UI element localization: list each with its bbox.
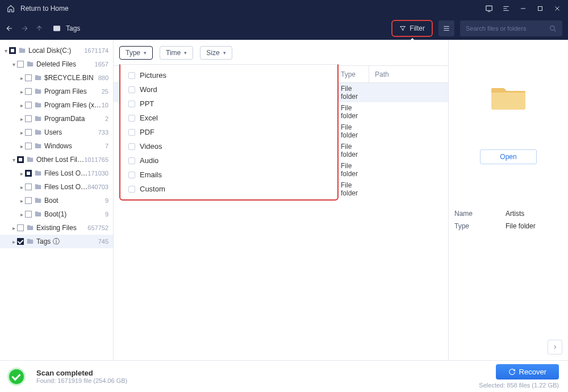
tree-checkbox[interactable]	[25, 184, 32, 190]
tree-checkbox[interactable]	[25, 88, 32, 95]
type-filter-option[interactable]: Videos	[120, 139, 337, 153]
tree-checkbox[interactable]	[17, 156, 24, 163]
feedback-icon[interactable]	[484, 3, 494, 14]
tree-checkbox[interactable]	[17, 224, 24, 231]
tree-item[interactable]: ▸ Boot 9	[0, 194, 113, 207]
menu-icon[interactable]	[501, 3, 511, 14]
checkbox[interactable]	[128, 143, 135, 150]
tree-checkbox[interactable]	[25, 197, 32, 204]
tree-item[interactable]: ▸ Windows 7	[0, 139, 113, 153]
up-icon[interactable]	[35, 24, 43, 32]
folder-icon	[34, 183, 42, 191]
col-type[interactable]: Type	[335, 66, 369, 82]
search-icon[interactable]	[549, 25, 557, 32]
filter-button[interactable]: Filter	[391, 20, 433, 37]
tree-checkbox[interactable]	[25, 211, 32, 218]
type-filter-option[interactable]: Excel	[120, 111, 337, 125]
tree-item-count: 1671174	[84, 47, 108, 54]
open-button[interactable]: Open	[480, 149, 536, 164]
tree-item[interactable]: ▸ ProgramData 2	[0, 112, 113, 126]
tree-item-label: Other Lost Files	[36, 156, 84, 164]
selected-info: Selected: 858 files (1.22 GB)	[479, 382, 559, 389]
minimize-icon[interactable]	[518, 3, 528, 14]
tree-toggle-icon[interactable]: ▸	[18, 75, 25, 81]
type-chip[interactable]: Type▾	[119, 46, 153, 60]
tree-toggle-icon[interactable]: ▾	[2, 48, 9, 54]
tree-item[interactable]: ▸ Boot(1) 9	[0, 207, 113, 221]
tree-checkbox[interactable]	[25, 74, 32, 81]
tree-toggle-icon[interactable]: ▸	[18, 89, 25, 95]
tree-item[interactable]: ▾ Other Lost Files 1011765	[0, 153, 113, 166]
close-icon[interactable]	[552, 3, 562, 14]
tree-toggle-icon[interactable]: ▸	[10, 225, 17, 231]
tree-checkbox[interactable]	[25, 143, 32, 149]
type-filter-option[interactable]: PPT	[120, 97, 337, 111]
tree-item[interactable]: ▸ Files Lost Origi... ⓘ 171030	[0, 166, 113, 180]
type-filter-option[interactable]: Audio	[120, 153, 337, 168]
tree-checkbox[interactable]	[25, 102, 32, 109]
tree-item[interactable]: ▸ Program Files (x86) 10	[0, 98, 113, 112]
chevron-down-icon: ▾	[184, 50, 187, 56]
recover-button[interactable]: Recover	[496, 364, 559, 380]
svg-rect-2	[53, 26, 60, 31]
search-input[interactable]	[466, 25, 549, 32]
tree-item[interactable]: ▾ Deleted Files 1657	[0, 57, 113, 71]
tree-toggle-icon[interactable]: ▸	[18, 211, 25, 218]
type-filter-option[interactable]: PDF	[120, 125, 337, 139]
checkbox[interactable]	[128, 101, 135, 107]
chip-label: Type	[126, 49, 140, 57]
size-chip[interactable]: Size▾	[200, 46, 232, 60]
checkbox[interactable]	[128, 172, 135, 178]
tree-toggle-icon[interactable]: ▸	[18, 184, 25, 190]
tree-toggle-icon[interactable]: ▸	[18, 130, 25, 136]
tree-item[interactable]: ▾ Local Disk(C:) 1671174	[0, 44, 113, 57]
maximize-icon[interactable]	[535, 3, 545, 14]
tree-checkbox[interactable]	[25, 115, 32, 122]
view-toggle-button[interactable]	[438, 20, 454, 36]
tree-checkbox[interactable]	[25, 129, 32, 136]
search-box[interactable]	[460, 20, 562, 36]
folder-icon	[18, 47, 26, 55]
return-home-link[interactable]: Return to Home	[20, 5, 69, 12]
tree-item-count: 9	[105, 197, 108, 204]
type-filter-option[interactable]: Pictures	[120, 68, 337, 82]
tree-item[interactable]: ▸ Users 733	[0, 126, 113, 139]
type-filter-option[interactable]: Custom	[120, 182, 337, 196]
checkbox[interactable]	[128, 186, 135, 193]
tree-toggle-icon[interactable]: ▸	[18, 143, 25, 149]
meta-row: TypeFile folder	[454, 222, 562, 230]
time-chip[interactable]: Time▾	[160, 46, 193, 60]
chevron-down-icon: ▾	[223, 50, 226, 56]
tree-toggle-icon[interactable]: ▸	[10, 239, 17, 245]
checkbox[interactable]	[128, 115, 135, 122]
checkbox[interactable]	[128, 157, 135, 164]
tree-toggle-icon[interactable]: ▸	[18, 170, 25, 177]
tree-toggle-icon[interactable]: ▸	[18, 116, 25, 122]
back-icon[interactable]	[6, 24, 14, 32]
folder-icon	[34, 142, 42, 150]
tree-item-count: 880	[98, 74, 108, 81]
next-item-button[interactable]	[548, 340, 562, 355]
tree-checkbox[interactable]	[9, 47, 16, 54]
tree-checkbox[interactable]	[25, 170, 32, 177]
tree-toggle-icon[interactable]: ▸	[18, 102, 25, 109]
tree-toggle-icon[interactable]: ▾	[10, 61, 17, 68]
tree-item[interactable]: ▸ $RECYCLE.BIN 880	[0, 71, 113, 85]
tree-toggle-icon[interactable]: ▸	[18, 198, 25, 204]
tree-item[interactable]: ▸ Program Files 25	[0, 85, 113, 98]
tree-item[interactable]: ▸ Files Lost Original ... 840703	[0, 180, 113, 194]
type-filter-option[interactable]: Emails	[120, 168, 337, 182]
type-filter-option[interactable]: Word	[120, 82, 337, 97]
tree-item[interactable]: ▸ Tags ⓘ 745	[0, 235, 113, 248]
checkbox[interactable]	[128, 86, 135, 93]
checkbox[interactable]	[128, 72, 135, 79]
checkbox[interactable]	[128, 129, 135, 136]
tree-checkbox[interactable]	[17, 238, 24, 245]
tree-toggle-icon[interactable]: ▾	[10, 157, 17, 163]
forward-icon[interactable]	[20, 24, 28, 32]
col-path[interactable]: Path	[369, 66, 448, 82]
home-icon[interactable]	[6, 3, 16, 14]
tree-item[interactable]: ▸ Existing Files 657752	[0, 221, 113, 235]
tree-checkbox[interactable]	[17, 61, 24, 68]
cell-type: File folder	[335, 85, 369, 101]
